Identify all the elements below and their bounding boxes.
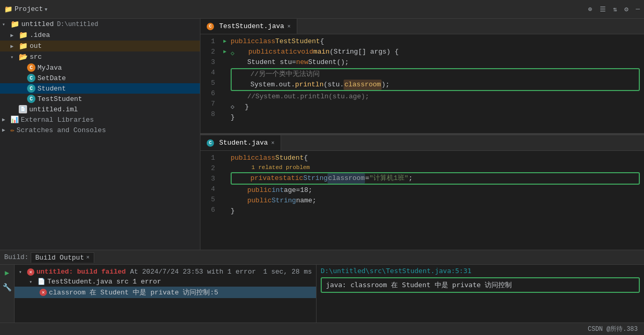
tab-close-student[interactable]: ×: [271, 140, 275, 146]
bbrace-1: {: [304, 153, 308, 163]
sidebar-item-scratches[interactable]: ▶ ✏️ Scratches and Consoles: [0, 125, 200, 135]
run-btn-2[interactable]: ▶: [221, 48, 229, 56]
label-out: out: [30, 42, 42, 50]
label-scratches: Scratches and Consoles: [17, 126, 106, 134]
var-classroom-5: classroom: [344, 80, 381, 90]
build-tab-label: Build Output: [35, 254, 84, 262]
build-fail-label: untitled: build failed: [36, 268, 126, 276]
top-bar-dropdown[interactable]: ▾: [44, 5, 48, 14]
build-label: Build:: [4, 253, 29, 261]
build-fail-detail: At 2024/7/24 23:53 with 1 error: [130, 268, 256, 276]
sidebar-item-idea[interactable]: ▶ 📁 .idea: [0, 30, 200, 41]
arrow-out: ▶: [10, 43, 19, 49]
bottom-brand-text: CSDN @所待.383: [588, 325, 638, 333]
paren-2: (String[] args) {: [330, 47, 399, 57]
bcode-line-3: public int age=18;: [221, 185, 640, 196]
ln-6: 6: [200, 88, 215, 99]
build-teststudent-label: TestStudent.java src 1 error: [47, 278, 161, 286]
run-btn-1[interactable]: ▶: [221, 38, 229, 45]
project-folder-icon: 📁: [4, 5, 12, 14]
fn-main: main: [313, 47, 330, 57]
build-wrench-icon[interactable]: 🔧: [2, 281, 13, 293]
sidebar-item-untitled[interactable]: ▾ 📁 untitled D:\untitled: [0, 19, 200, 30]
list-icon[interactable]: ☰: [600, 5, 606, 14]
bkw-public-4: public: [247, 196, 272, 206]
bkw-private: private: [250, 173, 279, 184]
sidebar-item-myjava[interactable]: C MyJava: [0, 62, 200, 73]
sidebar-item-src[interactable]: ▾ 📂 src: [0, 51, 200, 62]
kw-void-2: void: [297, 47, 313, 57]
build-output-tab[interactable]: Build Output ×: [31, 252, 94, 263]
code-lines-bottom: public class Student { 1 related problem: [221, 153, 644, 216]
code-line-6: //System.out.println(stu.age);: [221, 92, 640, 102]
build-run-icon[interactable]: ▶: [2, 267, 13, 278]
code-pane-bottom: 1 2 3 4 5 6 public class Student {: [200, 151, 644, 250]
fn-println: println: [295, 80, 324, 90]
arrow-teststudent-build: ▾: [29, 279, 37, 285]
bkw-static: static: [279, 173, 304, 184]
build-item-teststudent[interactable]: ▾ 📄 TestStudent.java src 1 error: [15, 277, 316, 287]
gear-icon[interactable]: ⚙: [624, 5, 628, 14]
bbrace-5: }: [231, 206, 235, 216]
tab-icon-student: C: [207, 139, 214, 147]
path-untitled: D:\untitled: [57, 21, 98, 28]
code-line-7: ◇ }: [221, 102, 640, 112]
globe-icon[interactable]: ⊕: [588, 5, 592, 14]
bkw-public-3: public: [247, 185, 272, 196]
folder-icon-out: 📁: [19, 42, 28, 50]
bstr-val: "计算机1班": [369, 173, 408, 184]
bln-2: 2: [200, 163, 215, 174]
debug-btn-2[interactable]: ◇: [231, 48, 238, 56]
folder-icon-src: 📂: [19, 53, 28, 61]
ln-3: 3: [200, 57, 215, 68]
tab-student[interactable]: C Student.java ×: [200, 135, 281, 150]
sidebar-item-out[interactable]: ▶ 📁 out: [0, 41, 200, 51]
ln-5: 5: [200, 78, 215, 88]
bcode-3b: age=18;: [284, 185, 312, 196]
build-content: ▶ 🔧 ▾ ✕ untitled: build failed At 2024/7…: [0, 265, 644, 323]
minus-icon[interactable]: —: [636, 5, 640, 14]
file-icon-teststudent-build: 📄: [37, 278, 45, 286]
label-untitled: untitled: [21, 20, 54, 28]
error-icon-fail: ✕: [27, 268, 34, 276]
sidebar-item-setdate[interactable]: C SetDate: [0, 73, 200, 83]
build-item-fail[interactable]: ▾ ✕ untitled: build failed At 2024/7/24 …: [15, 267, 316, 277]
code-line-5: System.out.println(stu.classroom);: [234, 80, 637, 90]
label-iml: untitled.iml: [29, 106, 78, 113]
code-lines-top: ▶ public class TestStudent { ▶ ◇ public …: [221, 36, 644, 123]
top-bar: 📁 Project ▾ ⊕ ☰ ⇅ ⚙ —: [0, 0, 644, 19]
green-box-wrapper: //另一个类中无法访问 System.out.println(stu.class…: [231, 68, 640, 91]
build-item-classroom-error[interactable]: ✕ classroom 在 Student 中是 private 访问控制:5: [15, 287, 316, 298]
sidebar: ▾ 📁 untitled D:\untitled ▶ 📁 .idea ▶ 📁 o…: [0, 19, 200, 250]
ln-8: 8: [200, 109, 215, 120]
brace-8: }: [231, 112, 235, 123]
ln-4: 4: [200, 68, 215, 78]
label-src: src: [30, 53, 42, 61]
sidebar-item-iml[interactable]: 📄 untitled.iml: [0, 104, 200, 114]
build-tab-close[interactable]: ×: [86, 254, 90, 261]
bkw-class-1: class: [255, 153, 275, 163]
sidebar-item-teststudent[interactable]: C TestStudent: [0, 94, 200, 104]
ln-2: 2: [200, 47, 215, 57]
build-tab-bar: Build: Build Output ×: [0, 250, 644, 265]
code-line-2: ▶ ◇ public static void main(String[] arg…: [221, 47, 640, 57]
arrow-scratches: ▶: [2, 127, 10, 133]
editors-split: C TestStudent.java × 1 2 3 4 5 6: [200, 19, 644, 250]
code-editor-top: 1 2 3 4 5 6 7 8 ▶: [200, 34, 644, 125]
tab-close-teststudent[interactable]: ×: [287, 23, 291, 30]
tab-teststudent[interactable]: C TestStudent.java ×: [200, 19, 297, 34]
comment-6: //System.out.println(stu.age);: [247, 92, 369, 102]
main-content: ▾ 📁 untitled D:\untitled ▶ 📁 .idea ▶ 📁 o…: [0, 19, 644, 250]
sort-icon[interactable]: ⇅: [613, 5, 617, 14]
bln-6: 6: [200, 205, 215, 215]
bottom-tab-bar: C Student.java ×: [200, 135, 644, 151]
sidebar-item-student[interactable]: C Student: [0, 83, 200, 94]
kw-public-1: public: [231, 36, 255, 47]
build-right-error-text: java: classroom 在 Student 中是 private 访问控…: [326, 281, 512, 289]
build-right-error-box: java: classroom 在 Student 中是 private 访问控…: [321, 277, 640, 293]
build-right-link[interactable]: D:\untitled\src\TestStudent.java:5:31: [321, 267, 472, 275]
icon-iml: 📄: [19, 105, 27, 113]
arrow-fail: ▾: [19, 269, 27, 275]
bcode-line-5: }: [221, 206, 640, 216]
sidebar-item-external[interactable]: ▶ 📊 External Libraries: [0, 114, 200, 125]
